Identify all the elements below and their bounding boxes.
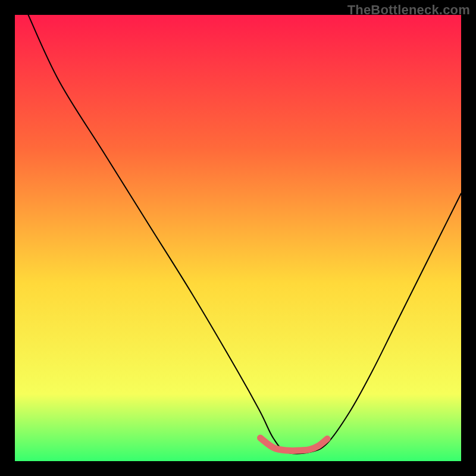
chart-frame: TheBottleneck.com [0,0,476,476]
gradient-background [15,15,461,461]
bottleneck-chart [15,15,461,461]
plot-area [15,15,461,461]
watermark-text: TheBottleneck.com [347,2,470,18]
